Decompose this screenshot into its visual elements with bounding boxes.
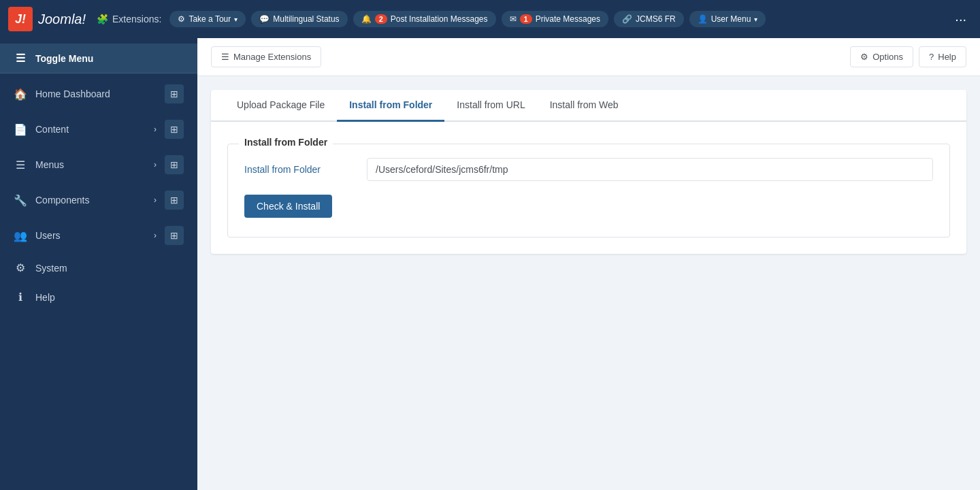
chevron-down-icon: ▾ [234, 16, 238, 23]
grid-icon[interactable]: ⊞ [165, 191, 184, 210]
components-icon: 🔧 [14, 194, 27, 207]
puzzle-icon: 🧩 [97, 14, 108, 24]
brand-logo: J! Joomla! [8, 7, 86, 31]
sidebar-item-help[interactable]: ℹ Help [0, 282, 197, 312]
tabs-nav: Upload Package File Install from Folder … [211, 90, 966, 122]
grid-icon[interactable]: ⊞ [165, 84, 184, 103]
toolbar-left: ☰ Manage Extensions [211, 46, 321, 67]
grid-icon[interactable]: ⊞ [165, 155, 184, 174]
fieldset-legend: Install from Folder [239, 137, 333, 148]
folder-input[interactable] [367, 158, 933, 181]
system-icon: ⚙ [14, 261, 27, 274]
post-installation-button[interactable]: 🔔 2 Post Installation Messages [353, 11, 496, 27]
extensions-label: 🧩 Extensions: [97, 14, 161, 24]
take-a-tour-button[interactable]: ⚙ Take a Tour ▾ [169, 11, 246, 27]
user-chevron-icon: ▾ [754, 16, 757, 23]
private-messages-badge: 1 [520, 14, 532, 24]
folder-label: Install from Folder [244, 164, 353, 175]
page-content: Upload Package File Install from Folder … [197, 76, 980, 490]
users-arrow-icon: › [154, 231, 157, 240]
tour-icon: ⚙ [178, 14, 185, 24]
tab-install-from-folder[interactable]: Install from Folder [337, 90, 444, 122]
tab-upload-package[interactable]: Upload Package File [225, 90, 337, 122]
multilingual-icon: 💬 [259, 14, 270, 24]
tab-install-from-web[interactable]: Install from Web [538, 90, 631, 122]
question-icon: ? [929, 52, 934, 62]
options-button[interactable]: ⚙ Options [850, 46, 913, 67]
sidebar-item-content[interactable]: 📄 Content › ⊞ [0, 112, 197, 147]
multilingual-status-button[interactable]: 💬 Multilingual Status [251, 11, 347, 27]
jcms6fr-button[interactable]: 🔗 JCMS6 FR [614, 11, 684, 27]
toolbar: ☰ Manage Extensions ⚙ Options ? Help [197, 38, 980, 76]
sidebar-item-home-dashboard[interactable]: 🏠 Home Dashboard ⊞ [0, 76, 197, 112]
users-icon: 👥 [14, 229, 27, 242]
main-layout: ☰ Toggle Menu 🏠 Home Dashboard ⊞ 📄 Conte… [0, 38, 980, 490]
sidebar-item-users[interactable]: 👥 Users › ⊞ [0, 218, 197, 253]
home-icon: 🏠 [14, 88, 27, 101]
more-options-button[interactable]: ··· [949, 9, 972, 30]
brand-name: Joomla! [38, 12, 86, 27]
content-icon: 📄 [14, 123, 27, 136]
gear-icon: ⚙ [860, 52, 868, 62]
joomla-icon: J! [8, 7, 33, 31]
private-messages-button[interactable]: ✉ 1 Private Messages [502, 11, 609, 27]
link-icon: 🔗 [622, 14, 632, 24]
install-from-folder-fieldset: Install from Folder Install from Folder … [227, 144, 950, 238]
top-navbar: J! Joomla! 🧩 Extensions: ⚙ Take a Tour ▾… [0, 0, 980, 38]
tab-install-from-url[interactable]: Install from URL [444, 90, 537, 122]
tab-content-install-from-folder: Install from Folder Install from Folder … [211, 122, 966, 254]
sidebar-item-menus[interactable]: ☰ Menus › ⊞ [0, 147, 197, 182]
content-area: ☰ Manage Extensions ⚙ Options ? Help [197, 38, 980, 490]
sidebar-item-system[interactable]: ⚙ System [0, 253, 197, 282]
form-row-folder: Install from Folder [244, 158, 933, 181]
content-arrow-icon: › [154, 125, 157, 134]
menus-icon: ☰ [14, 159, 27, 172]
grid-icon[interactable]: ⊞ [165, 226, 184, 245]
check-and-install-button[interactable]: Check & Install [244, 195, 332, 218]
grid-icon[interactable]: ⊞ [165, 120, 184, 139]
sidebar: ☰ Toggle Menu 🏠 Home Dashboard ⊞ 📄 Conte… [0, 38, 197, 490]
bell-icon: 🔔 [361, 14, 372, 24]
toolbar-right: ⚙ Options ? Help [850, 46, 966, 67]
sidebar-item-components[interactable]: 🔧 Components › ⊞ [0, 182, 197, 218]
help-button[interactable]: ? Help [919, 46, 966, 67]
manage-extensions-button[interactable]: ☰ Manage Extensions [211, 46, 321, 67]
user-menu-button[interactable]: 👤 User Menu ▾ [689, 11, 766, 27]
mail-icon: ✉ [510, 14, 517, 24]
sidebar-toggle-menu[interactable]: ☰ Toggle Menu [0, 44, 197, 74]
components-arrow-icon: › [154, 195, 157, 205]
user-icon: 👤 [698, 14, 708, 24]
toggle-icon: ☰ [14, 52, 27, 65]
menus-arrow-icon: › [154, 160, 157, 169]
post-installation-badge: 2 [375, 14, 387, 24]
list-icon: ☰ [221, 52, 229, 62]
help-icon: ℹ [14, 291, 27, 304]
tabs-container: Upload Package File Install from Folder … [211, 90, 966, 254]
